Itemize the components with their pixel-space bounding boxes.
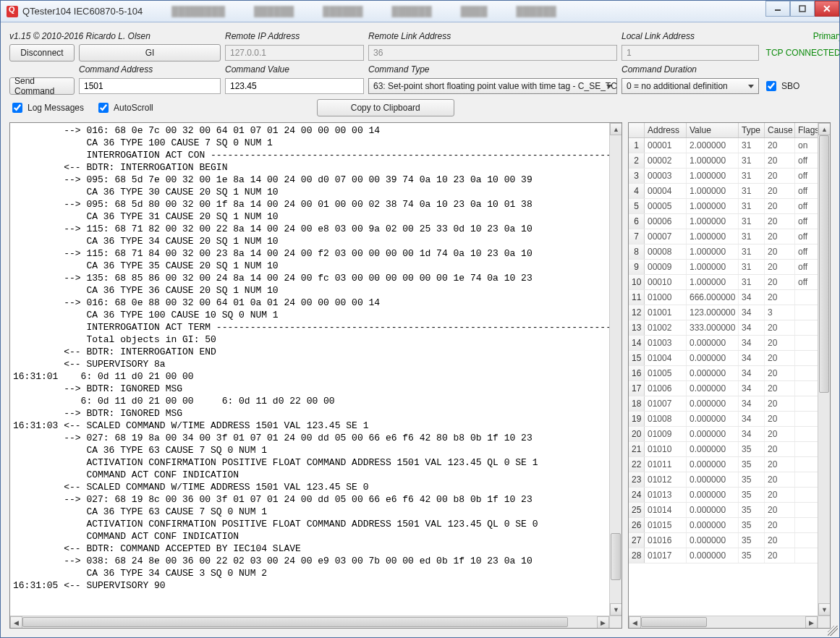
table-cell: 1.000000	[687, 199, 739, 213]
autoscroll-check-input[interactable]	[98, 103, 109, 113]
table-row[interactable]: 4000041.0000003120off	[629, 184, 830, 199]
local-link-input[interactable]	[621, 45, 759, 61]
table-cell: 35	[739, 503, 765, 517]
log-check-input[interactable]	[12, 103, 22, 113]
table-row[interactable]: 1000012.0000003120on	[629, 138, 830, 153]
table-row[interactable]: 6000061.0000003120off	[629, 214, 830, 229]
grid-header-value[interactable]: Value	[687, 123, 739, 137]
table-cell: 31	[739, 214, 765, 229]
table-row[interactable]: 1201001123.000000343	[629, 305, 830, 320]
table-row[interactable]: 14010030.0000003420	[629, 336, 830, 351]
table-cell: 20	[765, 351, 795, 365]
table-cell: 34	[739, 366, 765, 380]
table-cell: 01017	[645, 548, 687, 563]
log-messages-checkbox[interactable]: Log Messages	[9, 101, 84, 115]
table-cell: 34	[739, 336, 765, 350]
table-cell: 19	[629, 412, 645, 426]
table-row[interactable]: 19010080.0000003420	[629, 412, 830, 427]
table-cell: 20	[765, 381, 795, 396]
table-row[interactable]: 27010160.0000003520	[629, 533, 830, 548]
titlebar[interactable]: QTester104 IEC60870-5-104 ██████████████…	[1, 1, 839, 22]
table-row[interactable]: 15010040.0000003420	[629, 351, 830, 366]
table-cell: 7	[629, 229, 645, 244]
grid-vscroll-thumb[interactable]	[819, 135, 829, 393]
table-cell: 666.000000	[687, 290, 739, 305]
sbo-checkbox[interactable]: SBO	[763, 79, 839, 93]
table-cell: 31	[739, 244, 765, 259]
grid-header-rownum[interactable]	[629, 123, 645, 137]
scroll-left-icon[interactable]: ◀	[10, 616, 22, 629]
maximize-button[interactable]	[790, 1, 815, 17]
grid-header-type[interactable]: Type	[739, 123, 765, 137]
table-cell: 35	[739, 533, 765, 548]
table-row[interactable]: 26010150.0000003520	[629, 518, 830, 533]
cmd-type-select[interactable]: 63: Set-point short floating point value…	[368, 78, 617, 94]
grid-hscroll-thumb[interactable]	[641, 617, 707, 627]
copy-clipboard-button[interactable]: Copy to Clipboard	[317, 99, 454, 116]
table-row[interactable]: 28010170.0000003520	[629, 548, 830, 563]
grid-header[interactable]: Address Value Type Cause Flags	[629, 123, 830, 138]
sbo-label: SBO	[781, 81, 799, 91]
grid-vscrollbar[interactable]: ▲ ▼	[818, 123, 830, 616]
table-row[interactable]: 18010070.0000003420	[629, 396, 830, 412]
grid-scroll-up-icon[interactable]: ▲	[818, 123, 831, 135]
sbo-check-input[interactable]	[766, 81, 776, 91]
scroll-up-icon[interactable]: ▲	[610, 123, 622, 135]
table-cell: 1.000000	[687, 214, 739, 229]
grid-scroll-right-icon[interactable]: ▶	[805, 616, 818, 629]
remote-link-input[interactable]	[368, 45, 617, 61]
scroll-right-icon[interactable]: ▶	[597, 616, 609, 629]
disconnect-button[interactable]: Disconnect	[9, 44, 75, 61]
table-row[interactable]: 7000071.0000003120off	[629, 229, 830, 244]
autoscroll-checkbox[interactable]: AutoScroll	[96, 101, 153, 115]
table-row[interactable]: 21010100.0000003520	[629, 442, 830, 457]
grid-scroll-down-icon[interactable]: ▼	[818, 603, 831, 616]
log-hscrollbar[interactable]: ◀ ▶	[10, 616, 609, 628]
table-cell: 4	[629, 184, 645, 198]
table-row[interactable]: 24010130.0000003520	[629, 488, 830, 503]
minimize-button[interactable]	[765, 1, 790, 17]
grid-hscrollbar[interactable]: ◀ ▶	[629, 616, 818, 628]
table-row[interactable]: 8000081.0000003120off	[629, 244, 830, 260]
table-row[interactable]: 1301002333.0000003420	[629, 320, 830, 336]
table-row[interactable]: 1101000666.0000003420	[629, 290, 830, 305]
cmd-dur-select[interactable]: 0 = no additional definition	[621, 78, 759, 94]
log-vscrollbar[interactable]: ▲ ▼	[609, 123, 621, 616]
table-cell: 20	[765, 427, 795, 441]
grid-header-address[interactable]: Address	[645, 123, 687, 137]
resize-grip-icon[interactable]	[828, 626, 838, 636]
table-row[interactable]: 9000091.0000003120off	[629, 260, 830, 275]
table-row[interactable]: 25010140.0000003520	[629, 503, 830, 518]
table-row[interactable]: 20010090.0000003420	[629, 427, 830, 442]
scroll-down-icon[interactable]: ▼	[610, 603, 622, 616]
table-row[interactable]: 5000051.0000003120off	[629, 199, 830, 214]
table-cell: 0.000000	[687, 396, 739, 411]
table-cell: 18	[629, 396, 645, 411]
log-hscroll-thumb[interactable]	[22, 617, 568, 627]
table-row[interactable]: 17010060.0000003420	[629, 381, 830, 396]
table-row[interactable]: 23010120.0000003520	[629, 472, 830, 488]
table-cell: 9	[629, 260, 645, 274]
table-cell: 10	[629, 275, 645, 289]
gi-button[interactable]: GI	[79, 44, 221, 61]
cmd-addr-input[interactable]	[79, 78, 221, 94]
table-cell: 20	[765, 275, 795, 289]
log-vscroll-thumb[interactable]	[611, 533, 621, 580]
table-row[interactable]: 10000101.0000003120off	[629, 275, 830, 290]
cmd-val-input[interactable]	[225, 78, 364, 94]
table-cell: 23	[629, 472, 645, 487]
send-command-button[interactable]: Send Command	[9, 77, 75, 95]
remote-ip-input[interactable]	[225, 45, 364, 61]
table-row[interactable]: 2000021.0000003120off	[629, 153, 830, 169]
table-row[interactable]: 3000031.0000003120off	[629, 169, 830, 184]
table-cell: 20	[765, 199, 795, 213]
table-cell: 31	[739, 275, 765, 289]
close-button[interactable]: ✕	[815, 1, 839, 17]
table-row[interactable]: 22010110.0000003520	[629, 457, 830, 472]
log-text[interactable]: --> 016: 68 0e 7c 00 32 00 64 01 07 01 2…	[10, 123, 621, 628]
grid-header-cause[interactable]: Cause	[765, 123, 795, 137]
table-cell: 01010	[645, 442, 687, 456]
grid-scroll-left-icon[interactable]: ◀	[629, 616, 641, 629]
table-row[interactable]: 16010050.0000003420	[629, 366, 830, 381]
table-cell: 31	[739, 199, 765, 213]
